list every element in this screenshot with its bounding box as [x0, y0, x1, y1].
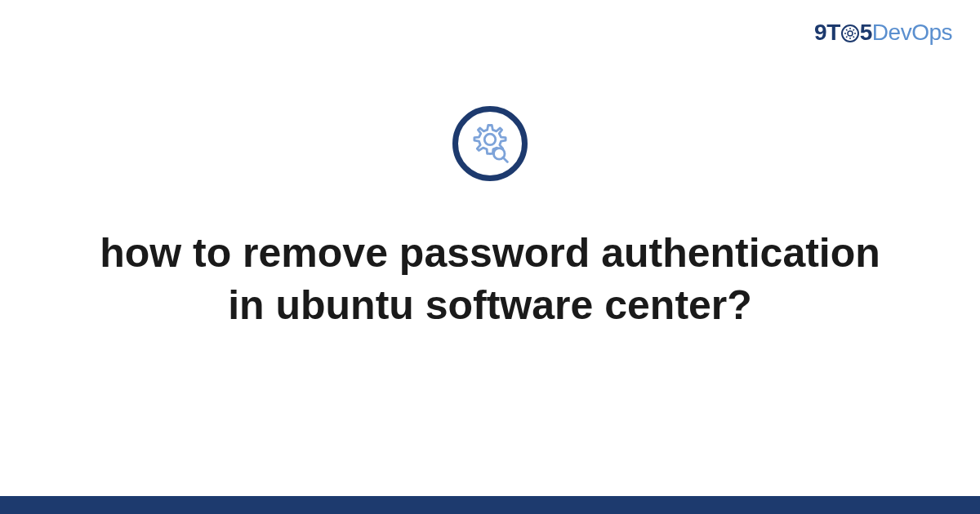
svg-line-8 [846, 36, 847, 37]
center-gear-icon [452, 106, 528, 181]
svg-line-9 [853, 29, 853, 30]
brand-text-5: 5 [860, 20, 872, 45]
svg-line-6 [846, 29, 847, 30]
brand-text-ops: Ops [911, 20, 952, 45]
svg-point-1 [848, 31, 853, 36]
svg-line-7 [853, 36, 853, 37]
footer-bar [0, 496, 980, 514]
brand-gear-icon [840, 24, 860, 43]
page-title: how to remove password authentication in… [98, 227, 882, 331]
svg-point-10 [484, 134, 496, 145]
svg-line-12 [503, 157, 508, 162]
brand-logo: 9T 5DevOps [814, 20, 952, 46]
brand-text-9t: 9T [814, 20, 840, 45]
brand-text-dev: Dev [872, 20, 911, 45]
